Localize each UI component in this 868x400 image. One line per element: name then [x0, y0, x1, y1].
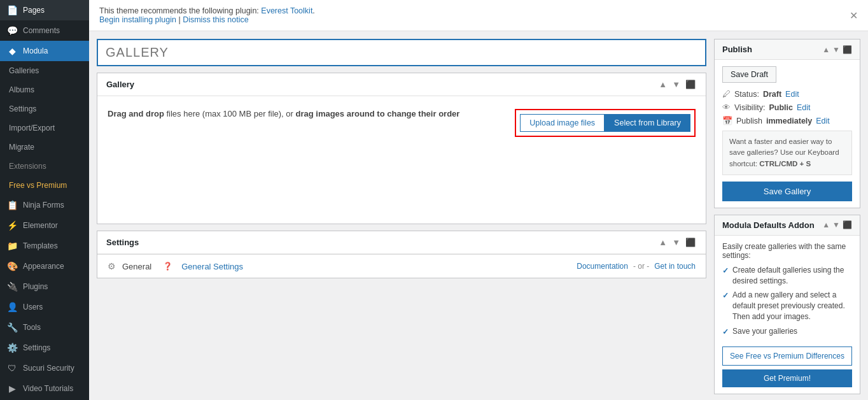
settings-general-row: ⚙ General ❓ General Settings Documentati… [97, 254, 706, 278]
expand-icon-addon[interactable]: ⬛ [843, 220, 852, 229]
publish-controls: ▲ ▼ ⬛ [822, 45, 852, 54]
publish-edit-link[interactable]: Edit [816, 117, 830, 125]
checkmark-icon-1: ✓ [722, 266, 729, 276]
addon-controls: ▲ ▼ ⬛ [822, 220, 852, 229]
status-edit-link[interactable]: Edit [785, 90, 799, 99]
chevron-up-icon-addon[interactable]: ▲ [822, 220, 830, 229]
expand-icon-settings[interactable]: ⬛ [684, 238, 697, 247]
upload-image-button[interactable]: Upload image files [520, 114, 605, 132]
settings-panel: Settings ▲ ▼ ⬛ ⚙ General ❓ General Setti… [97, 231, 706, 278]
install-plugin-link[interactable]: Begin installing plugin [99, 15, 176, 24]
chevron-down-icon-addon[interactable]: ▼ [832, 220, 840, 229]
sidebar: 📄 Pages 💬 Comments ◆ Modula Galleries Al… [0, 0, 89, 400]
checkmark-icon-3: ✓ [722, 327, 729, 338]
sidebar-item-sucuri[interactable]: 🛡 Sucuri Security [0, 358, 89, 378]
elementor-icon: ⚡ [6, 220, 18, 231]
dismiss-notice-link[interactable]: Dismiss this notice [183, 15, 249, 24]
settings-doc-links: Documentation - or - Get in touch [577, 262, 696, 271]
sidebar-item-free-vs-premium[interactable]: Free vs Premium [0, 176, 89, 195]
right-panel: Publish ▲ ▼ ⬛ Save Draft 🖊 Status: Draft… [714, 39, 860, 400]
sidebar-item-extensions[interactable]: Extensions [0, 157, 89, 176]
expand-icon[interactable]: ⬛ [684, 80, 697, 89]
documentation-link[interactable]: Documentation [577, 262, 628, 271]
sidebar-item-users[interactable]: 👤 Users [0, 297, 89, 317]
close-icon[interactable]: ✕ [850, 10, 858, 22]
settings-icon-2: ❓ [163, 262, 172, 271]
see-differences-button[interactable]: See Free vs Premium Differences [722, 346, 852, 366]
get-premium-button[interactable]: Get Premium! [722, 369, 852, 387]
keyboard-hint: Want a faster and easier way to save gal… [722, 131, 852, 175]
gallery-panel-controls: ▲ ▼ ⬛ [657, 80, 697, 89]
sidebar-item-settings[interactable]: ⚙️ Settings [0, 338, 89, 358]
addon-meta-box: Modula Defaults Addon ▲ ▼ ⬛ Easily creat… [714, 215, 860, 394]
expand-icon-publish[interactable]: ⬛ [843, 45, 852, 54]
gallery-panel-title: Gallery [106, 80, 134, 89]
visibility-row: 👁 Visibility: Public Edit [722, 103, 852, 112]
gallery-title-input[interactable] [97, 39, 706, 66]
addon-meta-box-header: Modula Defaults Addon ▲ ▼ ⬛ [715, 215, 860, 236]
sidebar-item-ninja-forms[interactable]: 📋 Ninja Forms [0, 195, 89, 215]
sidebar-item-migrate[interactable]: Migrate [0, 138, 89, 157]
addon-title: Modula Defaults Addon [722, 220, 815, 230]
addon-check-item-3: ✓ Save your galleries [722, 326, 852, 338]
chevron-down-icon-publish[interactable]: ▼ [832, 45, 840, 54]
sidebar-item-tools[interactable]: 🔧 Tools [0, 317, 89, 338]
main-area: This theme recommends the following plug… [89, 0, 868, 400]
gear-icon: ⚙ [108, 261, 116, 271]
sidebar-item-templates[interactable]: 📁 Templates [0, 236, 89, 256]
content-area: Gallery ▲ ▼ ⬛ Drag and drop files here (… [89, 31, 868, 400]
select-from-library-button[interactable]: Select from Library [605, 114, 690, 132]
sidebar-item-video-tutorials[interactable]: ▶ Video Tutorials [0, 378, 89, 399]
users-icon: 👤 [6, 302, 18, 312]
pages-icon: 📄 [6, 5, 18, 15]
drop-text: Drag and drop files here (max 100 MB per… [108, 109, 459, 118]
sidebar-item-galleries[interactable]: Galleries [0, 61, 89, 80]
sidebar-item-appearance[interactable]: 🎨 Appearance [0, 256, 89, 276]
sidebar-item-modula[interactable]: ◆ Modula [0, 41, 89, 61]
notice-text: This theme recommends the following plug… [99, 6, 315, 24]
comments-icon: 💬 [6, 25, 18, 36]
sidebar-item-import-export[interactable]: Import/Export [0, 118, 89, 138]
notice-plugin-link[interactable]: Everest Toolkit [261, 6, 312, 15]
gallery-panel-header: Gallery ▲ ▼ ⬛ [97, 73, 706, 96]
notice-bar: This theme recommends the following plug… [89, 0, 868, 31]
sidebar-item-plugins[interactable]: 🔌 Plugins [0, 276, 89, 297]
templates-icon: 📁 [6, 241, 18, 251]
sidebar-item-pages[interactable]: 📄 Pages [0, 0, 89, 20]
tools-icon: 🔧 [6, 322, 18, 332]
modula-icon: ◆ [6, 46, 18, 56]
save-draft-button[interactable]: Save Draft [722, 66, 776, 83]
ninja-forms-icon: 📋 [6, 200, 18, 210]
contact-link[interactable]: Get in touch [654, 262, 696, 271]
chevron-up-icon-settings[interactable]: ▲ [657, 238, 668, 247]
sidebar-item-elementor[interactable]: ⚡ Elementor [0, 215, 89, 236]
publish-meta-body: Save Draft 🖊 Status: Draft Edit 👁 Visibi… [715, 60, 860, 208]
sidebar-item-settings-modula[interactable]: Settings [0, 99, 89, 118]
chevron-up-icon[interactable]: ▲ [657, 80, 668, 89]
addon-check-item-1: ✓ Create default galleries using the des… [722, 265, 852, 287]
visibility-icon: 👁 [722, 103, 731, 112]
gallery-buttons-wrapper: Upload image files Select from Library [515, 109, 696, 137]
general-settings-link[interactable]: General Settings [181, 262, 243, 271]
addon-body: Easily create galleries with the same se… [715, 236, 860, 394]
settings-panel-controls: ▲ ▼ ⬛ [657, 238, 697, 247]
chevron-up-icon-publish[interactable]: ▲ [822, 45, 830, 54]
gallery-dropzone: Drag and drop files here (max 100 MB per… [97, 96, 706, 224]
calendar-icon: 📅 [722, 116, 732, 125]
publish-meta-box: Publish ▲ ▼ ⬛ Save Draft 🖊 Status: Draft… [714, 39, 860, 208]
center-panel: Gallery ▲ ▼ ⬛ Drag and drop files here (… [97, 39, 706, 400]
save-gallery-button[interactable]: Save Gallery [722, 182, 852, 201]
chevron-down-icon-settings[interactable]: ▼ [671, 238, 682, 247]
publish-meta-box-header: Publish ▲ ▼ ⬛ [715, 39, 860, 60]
checkmark-icon-2: ✓ [722, 290, 729, 301]
chevron-down-icon[interactable]: ▼ [671, 80, 682, 89]
settings-icon: ⚙️ [6, 343, 18, 353]
settings-panel-header: Settings ▲ ▼ ⬛ [97, 231, 706, 254]
sidebar-item-albums[interactable]: Albums [0, 80, 89, 99]
addon-check-item-2: ✓ Add a new gallery and select a default… [722, 290, 852, 322]
appearance-icon: 🎨 [6, 261, 18, 271]
settings-panel-title: Settings [106, 238, 139, 247]
visibility-edit-link[interactable]: Edit [797, 103, 811, 112]
sidebar-item-comments[interactable]: 💬 Comments [0, 20, 89, 41]
gallery-panel: Gallery ▲ ▼ ⬛ Drag and drop files here (… [97, 73, 706, 224]
